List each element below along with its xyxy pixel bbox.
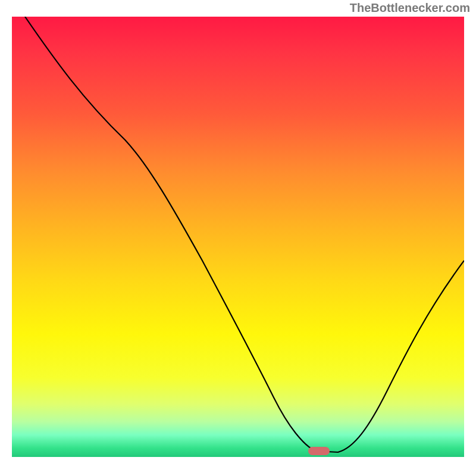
plot-area [12, 17, 464, 457]
chart-container: TheBottlenecker.com [0, 0, 476, 476]
curve-svg [12, 17, 464, 457]
optimal-marker [308, 447, 330, 455]
bottleneck-curve-path [25, 17, 464, 452]
watermark: TheBottlenecker.com [350, 1, 470, 15]
